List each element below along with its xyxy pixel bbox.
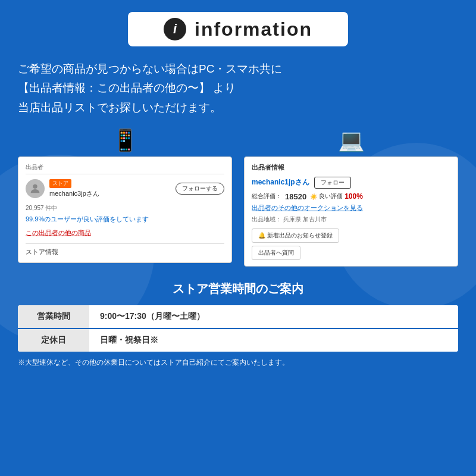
avatar [26,179,45,198]
hours-label-1: 営業時間 [18,305,89,328]
right-seller-row: mechanic1jpさん フォロー [252,177,450,189]
notify-button[interactable]: 🔔 新着出品のお知らせ登録 [252,228,339,243]
good-pct: 100% [345,192,363,201]
info-icon: i [164,18,186,40]
pc-col: 💻 出品者情報 mechanic1jpさん フォロー 総合評価： 18520 ☀… [244,128,458,267]
hours-row-1: 営業時間 9:00〜17:30（月曜〜土曜） [18,305,458,328]
info-title: information [195,18,312,40]
good-rating: ☀️ 良い評価 100% [310,192,363,201]
stats-count: 20,957 件中 [26,204,224,212]
seller-left: ストア mechanic3jpさん [26,179,99,198]
stats-blue: 99.9%のユーザーが良い評価をしています [26,215,224,224]
auction-link[interactable]: 出品者のその他のオークションを見る [252,203,450,212]
mobile-icon: 📱 [112,128,139,153]
location: 出品地域： 兵庫県 加古川市 [252,215,450,224]
other-items-link[interactable]: この出品者の他の商品 [26,228,91,239]
store-badge: ストア [49,179,71,188]
business-title: ストア営業時間のご案内 [18,281,458,297]
screenshots-area: 📱 出品者 ストア mechanic3jpさん フォローする [18,128,458,267]
description-block: ご希望の商品が見つからない場合はPC・スマホ共に 【出品者情報：この出品者の他の… [18,60,458,117]
question-button[interactable]: 出品者へ質問 [252,246,300,260]
note: ※大型連休など、その他の休業日についてはストア自己紹介にてご案内いたします。 [18,358,458,368]
hours-table: 営業時間 9:00〜17:30（月曜〜土曜） 定休日 日曜・祝祭日※ [18,305,458,352]
svg-point-0 [33,184,37,189]
seller-row: ストア mechanic3jpさん フォローする [26,179,224,198]
rating-row: 総合評価： 18520 ☀️ 良い評価 100% [252,192,450,201]
seller-label: 出品者 [26,163,224,174]
hours-row-2: 定休日 日曜・祝祭日※ [18,328,458,352]
good-label: 良い評価 [319,192,343,201]
desc-line3: 当店出品リストでお探しいただけます。 [18,98,458,117]
rating-num: 18520 [285,192,306,201]
mobile-screenshot: 出品者 ストア mechanic3jpさん フォローする 20,957 件中 [18,156,232,263]
pc-icon: 💻 [338,128,365,153]
main-container: i information ご希望の商品が見つからない場合はPC・スマホ共に 【… [0,0,476,476]
mobile-col: 📱 出品者 ストア mechanic3jpさん フォローする [18,128,232,267]
follow-button-left[interactable]: フォローする [176,183,224,195]
hours-value-2: 日曜・祝祭日※ [89,328,458,352]
seller-info-label: 出品者情報 [252,163,450,172]
sun-icon: ☀️ [310,193,317,200]
desc-line1: ご希望の商品が見つからない場合はPC・スマホ共に [18,60,458,79]
follow-button-right[interactable]: フォロー [314,177,351,189]
business-section: ストア営業時間のご案内 営業時間 9:00〜17:30（月曜〜土曜） 定休日 日… [18,281,458,368]
hours-value-1: 9:00〜17:30（月曜〜土曜） [89,305,458,328]
pc-screenshot: 出品者情報 mechanic1jpさん フォロー 総合評価： 18520 ☀️ … [244,156,458,267]
mechanic-name: mechanic1jpさん [252,177,309,187]
seller-name-left: mechanic3jpさん [49,189,99,198]
rating-label: 総合評価： [252,192,281,201]
store-info: ストア情報 [26,243,224,256]
desc-line2: 【出品者情報：この出品者の他の〜】 より [18,79,458,98]
seller-info: ストア mechanic3jpさん [49,179,99,198]
hours-label-2: 定休日 [18,328,89,352]
info-header: i information [128,12,348,46]
